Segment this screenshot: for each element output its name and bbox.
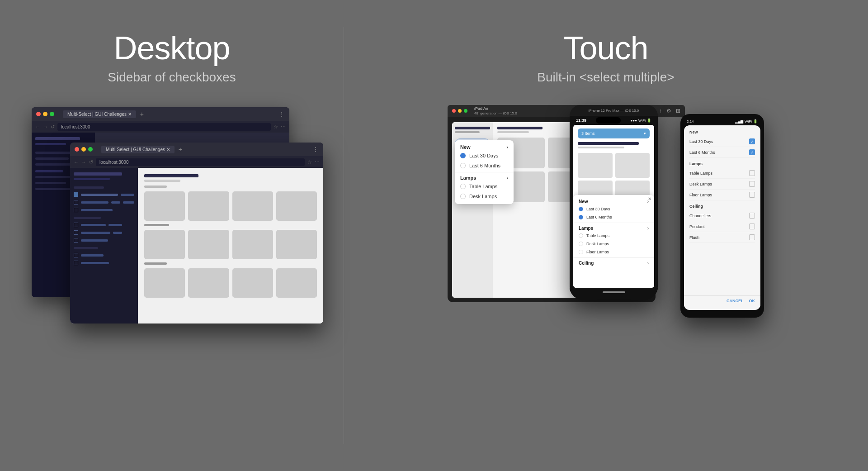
ios-modal-desk[interactable]: Desk Lamps <box>573 240 654 248</box>
forward-arrow: → <box>43 124 48 129</box>
sidebar-item-3[interactable] <box>74 208 134 212</box>
ipad-label: iPad Air <box>474 106 517 111</box>
iphone-notch-area: 11:39 ●●● WiFi 🔋 <box>570 116 658 125</box>
android-item-flush[interactable]: Flush <box>689 232 755 243</box>
android-pendant-label: Pendant <box>689 224 705 229</box>
android-section-ceiling: Ceiling <box>689 204 755 209</box>
iphone-home-indicator <box>570 288 658 297</box>
reload-icon-front: ↺ <box>89 159 93 165</box>
ios-modal-ceiling-label: Ceiling <box>579 261 594 266</box>
ios-modal-ceiling-chevron: › <box>647 261 649 266</box>
android-status-bar: 2:14 ▂▄▆ WiFi 🔋 <box>684 118 760 125</box>
dropdown-last30-label: Last 30 Days <box>469 153 498 158</box>
chevron-down-iphone: ▾ <box>644 131 646 136</box>
new-tab-btn-back[interactable]: + <box>140 110 144 118</box>
android-checkbox-floor[interactable] <box>749 192 755 198</box>
ipad-sublabel: 4th generation — iOS 15.0 <box>474 111 517 116</box>
dropdown-item-last30[interactable]: Last 30 Days <box>455 151 514 161</box>
android-frame: 2:14 ▂▄▆ WiFi 🔋 New Last 30 Days <box>680 114 764 318</box>
checkbox-6[interactable] <box>74 238 78 243</box>
sidebar-item-2[interactable] <box>74 200 134 205</box>
android-ok-button[interactable]: OK <box>749 299 755 303</box>
dropdown-item-table[interactable]: Table Lamps <box>455 181 514 191</box>
addressbar-back: ← → ↺ localhost:3000 ☆ ⋯ <box>32 121 289 133</box>
android-item-chandeliers[interactable]: Chandeliers <box>689 210 755 221</box>
sidebar-item-5[interactable] <box>74 230 134 235</box>
ios-modal-lamps-section[interactable]: Lamps › <box>573 224 654 232</box>
browser-tab-front: Multi-Select | GUI Challenges ✕ <box>101 146 175 153</box>
android-item-table[interactable]: Table Lamps <box>689 168 755 179</box>
dropdown-item-desk[interactable]: Desk Lamps <box>455 191 514 201</box>
addressbar-front: ← → ↺ localhost:3000 ☆ ⋯ <box>70 156 323 168</box>
url-bar-back[interactable]: localhost:3000 <box>57 123 271 131</box>
android-item-last6m[interactable]: Last 6 Months ✓ <box>689 147 755 158</box>
ios-modal-last30[interactable]: Last 30 Days <box>573 205 654 213</box>
android-item-pendant[interactable]: Pendant <box>689 221 755 232</box>
new-tab-btn-front[interactable]: + <box>179 146 182 153</box>
ios-modal-last6m[interactable]: Last 6 Months <box>573 213 654 221</box>
checkbox-8[interactable] <box>74 261 78 265</box>
android-checkbox-desk[interactable] <box>749 181 755 187</box>
dot-yellow-front <box>81 147 86 152</box>
android-time: 2:14 <box>687 119 694 124</box>
sidebar-item-8[interactable] <box>74 261 134 265</box>
ios-modal-popup: ✕ New › Last 30 Days Last 6 Months <box>573 195 654 288</box>
dot-red-front <box>75 147 79 152</box>
iphone-label: iPhone 12 Pro Max — iOS 15.0 <box>589 109 639 113</box>
dot-yellow-back <box>43 112 47 116</box>
browser-main-content <box>70 168 323 324</box>
checkbox-3[interactable] <box>74 208 78 212</box>
android-item-floor[interactable]: Floor Lamps <box>689 190 755 200</box>
iphone-label-bar: iPhone 12 Pro Max — iOS 15.0 <box>570 105 658 116</box>
touch-title: Touch <box>563 29 648 67</box>
sidebar-item-7[interactable] <box>74 253 134 257</box>
browser-menu-front: ⋮ <box>312 146 319 153</box>
ios-modal-floor[interactable]: Floor Lamps <box>573 248 654 256</box>
section-divider <box>344 27 344 444</box>
mac-dot-yellow <box>458 109 462 113</box>
grid-item <box>276 191 317 221</box>
android-item-desk[interactable]: Desk Lamps <box>689 179 755 190</box>
android-checkbox-last30[interactable]: ✓ <box>749 138 755 144</box>
sidebar-item-6[interactable] <box>74 238 134 243</box>
checkbox-4[interactable] <box>74 223 78 227</box>
android-floor-label: Floor Lamps <box>689 193 712 197</box>
dropdown-table-label: Table Lamps <box>469 184 497 189</box>
radio-table <box>460 184 466 189</box>
ipad-dropdown-popup: New › Last 30 Days Last 6 Months Lamps <box>455 140 514 204</box>
grid-item <box>188 191 229 221</box>
dropdown-section-new[interactable]: New › <box>455 143 514 151</box>
android-item-last30[interactable]: Last 30 Days ✓ <box>689 136 755 147</box>
mac-dot-red <box>452 109 456 113</box>
ios-modal-ceiling-section[interactable]: Ceiling › <box>573 259 654 266</box>
dot-red-back <box>36 112 41 116</box>
checkbox-5[interactable] <box>74 230 78 235</box>
touch-mockup: iPad Air 4th generation — iOS 15.0 ⌂ ⊡ ↑… <box>448 105 764 331</box>
mac-dot-green <box>464 109 467 113</box>
android-checkbox-chandeliers[interactable] <box>749 213 755 219</box>
android-checkbox-table[interactable] <box>749 170 755 176</box>
modal-close-btn[interactable]: ✕ <box>648 196 651 201</box>
grid-item <box>188 268 229 298</box>
ios-modal-table[interactable]: Table Lamps <box>573 232 654 240</box>
radio-desk <box>460 194 466 199</box>
ios-modal-desk-label: Desk Lamps <box>586 242 609 246</box>
android-checkbox-pendant[interactable] <box>749 224 755 229</box>
checkbox-2[interactable] <box>74 200 78 205</box>
radio-last30 <box>460 153 466 158</box>
sidebar-item-4[interactable] <box>74 223 134 227</box>
url-bar-front[interactable]: localhost:3000 <box>96 158 305 166</box>
iphone-filter-badge[interactable]: 3 Items ▾ <box>578 128 650 138</box>
android-checkbox-last6m[interactable]: ✓ <box>749 149 755 155</box>
dropdown-section-lamps[interactable]: Lamps › <box>455 174 514 181</box>
android-checkbox-flush[interactable] <box>749 234 755 240</box>
touch-section: Touch Built-in <select multiple> iPad Ai… <box>344 0 868 471</box>
checkbox-1[interactable] <box>74 192 78 197</box>
dropdown-item-last6m[interactable]: Last 6 Months <box>455 161 514 171</box>
sidebar-item-1[interactable] <box>74 192 134 197</box>
checkbox-7[interactable] <box>74 253 78 257</box>
grid-item <box>144 230 185 259</box>
android-cancel-button[interactable]: CANCEL <box>726 299 744 303</box>
ios-modal-new-section[interactable]: New › <box>573 198 654 205</box>
browser-tab-back: Multi-Select | GUI Challenges ✕ <box>63 110 136 118</box>
